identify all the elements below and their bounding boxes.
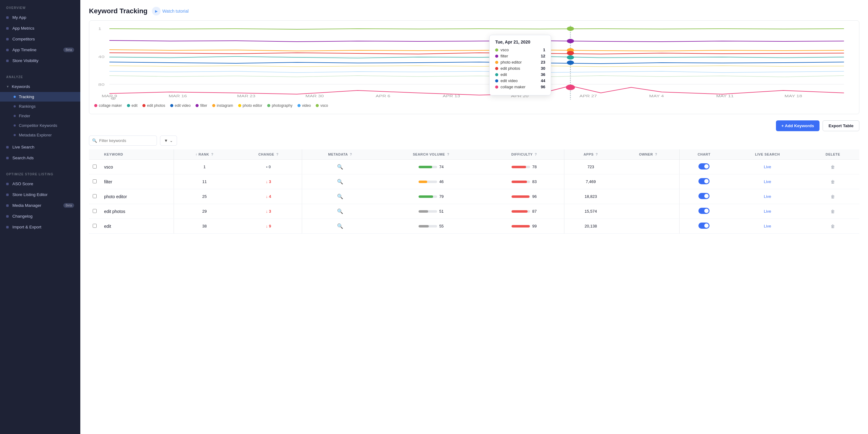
row-checkbox[interactable] [93,194,97,198]
legend-item[interactable]: photography [267,103,292,108]
delete-cell[interactable]: 🗑 [807,189,859,204]
filter-button[interactable]: ▼ ⌄ [160,135,177,146]
chart-toggle[interactable] [699,163,710,169]
sidebar-item-import-export[interactable]: Import & Export [0,222,80,232]
sidebar-item-app-timeline[interactable]: App Timeline Beta [0,44,80,55]
delete-cell[interactable]: 🗑 [807,219,859,234]
legend-item[interactable]: edit video [170,103,191,108]
chart-toggle[interactable] [699,193,710,199]
difficulty-value: 96 [532,194,536,199]
delete-icon[interactable]: 🗑 [831,224,835,229]
sidebar-item-store-listing-editor[interactable]: Store Listing Editor [0,189,80,200]
live-search-link[interactable]: Live [764,179,771,184]
chart-toggle-cell[interactable] [679,160,728,174]
keyword-cell: filter [100,174,174,189]
difficulty-bar-wrap: 99 [488,224,560,228]
keywords-group[interactable]: ▼ Keywords [0,81,80,92]
sidebar-item-search-ads[interactable]: Search Ads [0,153,80,163]
live-search-cell[interactable]: Live [729,174,807,189]
search-volume-cell: 55 [378,219,484,234]
svg-text:40: 40 [98,55,104,59]
row-checkbox[interactable] [93,165,97,169]
sidebar-item-changelog[interactable]: Changelog [0,211,80,222]
metadata-cell[interactable]: 🔍 [302,204,378,219]
metadata-search-icon: 🔍 [337,224,343,229]
chart-toggle-cell[interactable] [679,219,728,234]
live-search-link[interactable]: Live [764,194,771,199]
live-search-cell[interactable]: Live [729,160,807,174]
sidebar-item-aso-score[interactable]: ASO Score [0,178,80,189]
legend-item[interactable]: filter [195,103,207,108]
sidebar-item-live-search[interactable]: Live Search [0,142,80,153]
legend-item[interactable]: video [298,103,311,108]
sidebar-item-store-visibility[interactable]: Store Visibility [0,55,80,66]
legend-dot [238,104,241,107]
legend-label: edit photos [147,103,165,108]
legend-item[interactable]: collage maker [94,103,122,108]
export-table-button[interactable]: Export Table [823,121,859,131]
live-search-cell[interactable]: Live [729,189,807,204]
chart-toggle-cell[interactable] [679,204,728,219]
delete-cell[interactable]: 🗑 [807,174,859,189]
sidebar-sub-metadata-explorer[interactable]: Metadata Explorer [0,130,80,140]
chart-toggle-cell[interactable] [679,174,728,189]
legend-item[interactable]: edit [127,103,137,108]
tooltip-dot [495,79,498,82]
delete-icon[interactable]: 🗑 [831,179,835,184]
legend-item[interactable]: photo editor [238,103,262,108]
delete-icon[interactable]: 🗑 [831,194,835,199]
delete-icon[interactable]: 🗑 [831,209,835,214]
legend-label: video [302,103,311,108]
live-search-link[interactable]: Live [764,209,771,213]
app-timeline-badge: Beta [63,47,74,52]
sidebar-item-my-app[interactable]: My App [0,12,80,23]
row-checkbox[interactable] [93,179,97,183]
difficulty-bar-fill [512,166,526,168]
watch-tutorial-link[interactable]: ▶ Watch tutorial [152,7,189,15]
metadata-cell[interactable]: 🔍 [302,160,378,174]
add-keywords-button[interactable]: + Add Keywords [776,121,820,131]
apps-cell: 7,469 [564,174,617,189]
sidebar-sub-finder[interactable]: Finder [0,111,80,121]
tooltip-row: edit 36 [495,72,545,77]
apps-cell: 20,138 [564,219,617,234]
live-search-link[interactable]: Live [764,165,771,169]
difficulty-bar-bg [512,180,530,183]
difficulty-value: 99 [532,224,536,228]
chart-toggle[interactable] [699,178,710,184]
chart-toggle-cell[interactable] [679,189,728,204]
delete-icon[interactable]: 🗑 [831,165,835,169]
legend-item[interactable]: edit photos [143,103,165,108]
legend-item[interactable]: vsco [316,103,328,108]
keyword-cell: edit photos [100,204,174,219]
sidebar-sub-competitor-keywords[interactable]: Competitor Keywords [0,121,80,130]
sidebar-sub-rankings[interactable]: Rankings [0,102,80,111]
row-checkbox[interactable] [93,224,97,228]
tooltip-row-left: collage maker [495,85,528,89]
metadata-cell[interactable]: 🔍 [302,219,378,234]
owner-cell [617,160,680,174]
tooltip-label: photo editor [500,60,528,65]
chart-area[interactable]: 1 40 80 [94,26,854,100]
delete-cell[interactable]: 🗑 [807,204,859,219]
difficulty-cell: 83 [484,174,564,189]
live-search-cell[interactable]: Live [729,219,807,234]
metadata-cell[interactable]: 🔍 [302,174,378,189]
sidebar-sub-tracking[interactable]: Tracking [0,92,80,102]
chart-toggle[interactable] [699,208,710,214]
sidebar-item-app-metrics[interactable]: App Metrics [0,23,80,34]
sidebar-item-media-manager[interactable]: Media Manager Beta [0,200,80,211]
tooltip-row-left: filter [495,54,528,58]
live-search-cell[interactable]: Live [729,204,807,219]
sidebar-item-competitors[interactable]: Competitors [0,34,80,44]
search-volume-value: 46 [439,179,443,184]
row-checkbox[interactable] [93,209,97,213]
chart-toggle[interactable] [699,223,710,229]
chart-legend: collage maker edit edit photos edit vide… [94,100,854,109]
live-search-link[interactable]: Live [764,224,771,228]
filter-bar: 🔍 ▼ ⌄ [89,135,859,146]
filter-keywords-input[interactable] [89,135,157,146]
delete-cell[interactable]: 🗑 [807,160,859,174]
metadata-cell[interactable]: 🔍 [302,189,378,204]
legend-item[interactable]: instagram [212,103,233,108]
